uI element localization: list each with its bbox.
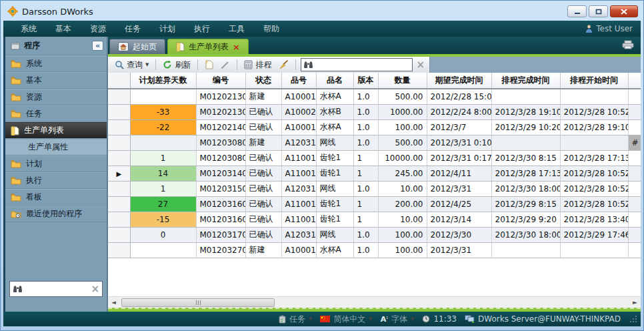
- table-cell[interactable]: M012021302: [196, 104, 245, 119]
- table-cell[interactable]: 齿轮1: [316, 166, 353, 181]
- menu-item[interactable]: 任务: [115, 21, 150, 37]
- row-selector-cell[interactable]: [108, 227, 130, 242]
- table-row[interactable]: M012032701新建A10001水杯A1.0100.002012/3/31: [108, 242, 641, 258]
- table-cell[interactable]: [130, 89, 196, 104]
- table-cell[interactable]: #: [628, 135, 641, 150]
- status-task-menu[interactable]: 任务 ▼: [279, 314, 312, 325]
- table-cell[interactable]: 已确认: [245, 181, 281, 196]
- table-cell[interactable]: 1.0: [353, 227, 378, 242]
- scroll-right-icon[interactable]: ►: [629, 299, 641, 306]
- table-cell[interactable]: M012021301: [196, 89, 245, 104]
- table-cell[interactable]: [628, 89, 641, 104]
- row-selector-cell[interactable]: [108, 242, 130, 258]
- table-cell[interactable]: 1.0: [353, 104, 378, 119]
- table-cell[interactable]: 200.00: [378, 196, 427, 212]
- table-cell[interactable]: 2012/3/30 18:00: [491, 181, 560, 196]
- table-cell[interactable]: A10002: [281, 104, 316, 119]
- table-cell[interactable]: 2012/3/31 0:10: [427, 135, 491, 150]
- tab-production-order-list[interactable]: 生产单列表 ×: [167, 39, 249, 54]
- table-cell[interactable]: [560, 89, 628, 104]
- table-cell[interactable]: 10000.00: [378, 150, 427, 166]
- table-cell[interactable]: 1: [130, 150, 196, 166]
- table-cell[interactable]: 新建: [245, 89, 281, 104]
- menu-item[interactable]: 基本: [46, 21, 81, 37]
- table-cell[interactable]: [628, 119, 641, 135]
- table-cell[interactable]: 2012/4/25: [427, 196, 491, 212]
- table-cell[interactable]: M012030802: [196, 150, 245, 166]
- table-cell[interactable]: [491, 89, 560, 104]
- table-cell[interactable]: 齿轮1: [316, 196, 353, 212]
- scroll-left-icon[interactable]: ◄: [108, 299, 119, 306]
- table-cell[interactable]: M012032701: [196, 242, 245, 258]
- minimize-button[interactable]: [567, 5, 587, 17]
- table-cell[interactable]: [628, 212, 641, 227]
- table-cell[interactable]: [628, 242, 641, 258]
- user-badge[interactable]: Test User: [585, 24, 633, 33]
- scrollbar-thumb[interactable]: [121, 298, 275, 307]
- table-cell[interactable]: 已确认: [245, 196, 281, 212]
- column-header-版本[interactable]: 版本: [353, 73, 378, 89]
- close-button[interactable]: [610, 5, 638, 17]
- table-cell[interactable]: 网线: [316, 227, 353, 242]
- table-cell[interactable]: 水杯A: [316, 89, 353, 104]
- table-cell[interactable]: -33: [130, 104, 196, 119]
- table-cell[interactable]: M012031501: [196, 181, 245, 196]
- sidebar-item-基本[interactable]: 基本: [5, 72, 107, 89]
- resize-grip[interactable]: [630, 316, 637, 322]
- table-cell[interactable]: 1: [353, 212, 378, 227]
- edit-pencil-button[interactable]: [219, 59, 232, 70]
- table-cell[interactable]: 500.00: [378, 89, 427, 104]
- table-cell[interactable]: 网线: [316, 181, 353, 196]
- table-cell[interactable]: M012031402: [196, 166, 245, 181]
- table-cell[interactable]: 2012/3/29 9:20: [491, 212, 560, 227]
- table-cell[interactable]: M012031602: [196, 212, 245, 227]
- table-row[interactable]: -33M012021302已确认A10002水杯B1.01000.002012/…: [108, 104, 641, 119]
- table-cell[interactable]: A10001: [281, 242, 316, 258]
- sidebar-item-任务[interactable]: 任务: [5, 105, 107, 122]
- table-cell[interactable]: 2012/3/30 18:00: [491, 227, 560, 242]
- table-cell[interactable]: 已确认: [245, 119, 281, 135]
- table-cell[interactable]: A12031: [281, 227, 316, 242]
- tab-start-page[interactable]: 起始页: [109, 39, 165, 54]
- query-button[interactable]: 查询 ▼: [113, 59, 151, 71]
- sidebar-collapse-button[interactable]: «: [92, 41, 103, 51]
- table-cell[interactable]: [130, 242, 196, 258]
- table-cell[interactable]: M012030801: [196, 135, 245, 150]
- table-cell[interactable]: [491, 242, 560, 258]
- table-cell[interactable]: 2012/3/28 13:40: [560, 212, 628, 227]
- column-header-编号[interactable]: 编号: [196, 73, 245, 89]
- sidebar-search-input[interactable]: [25, 284, 88, 294]
- refresh-button[interactable]: 刷新: [161, 59, 193, 71]
- table-cell[interactable]: 新建: [245, 135, 281, 150]
- table-cell[interactable]: [628, 150, 641, 166]
- table-cell[interactable]: 2012/3/31 0:17: [427, 150, 491, 166]
- horizontal-scrollbar[interactable]: ◄ ►: [108, 296, 641, 308]
- broom-button[interactable]: [277, 59, 291, 70]
- table-cell[interactable]: 10.00: [378, 181, 427, 196]
- row-selector-cell[interactable]: [108, 150, 130, 166]
- sidebar-item-最近使用的程序[interactable]: 最近使用的程序: [5, 206, 107, 222]
- table-cell[interactable]: 500.00: [378, 135, 427, 150]
- table-cell[interactable]: 2012/3/29 17:46: [560, 227, 628, 242]
- table-cell[interactable]: 1.0: [353, 181, 378, 196]
- sidebar-item-看板[interactable]: 看板: [5, 189, 107, 206]
- sidebar-item-生产单属性[interactable]: 生产单属性: [5, 139, 107, 155]
- table-cell[interactable]: 1.0: [353, 89, 378, 104]
- row-selector-cell[interactable]: ▶: [108, 166, 130, 181]
- table-cell[interactable]: 齿轮1: [316, 150, 353, 166]
- table-cell[interactable]: 已确认: [245, 104, 281, 119]
- table-cell[interactable]: 1.0: [353, 135, 378, 150]
- table-cell[interactable]: 已确认: [245, 227, 281, 242]
- column-header-品名[interactable]: 品名: [316, 73, 353, 89]
- table-cell[interactable]: 1: [353, 150, 378, 166]
- table-row[interactable]: 1M012030802已确认A11001齿轮1110000.002012/3/3…: [108, 150, 641, 166]
- table-cell[interactable]: 网线: [316, 135, 353, 150]
- table-cell[interactable]: 2012/3/28 19:10: [491, 104, 560, 119]
- table-cell[interactable]: A10001: [281, 89, 316, 104]
- table-cell[interactable]: 2012/3/28 19:10: [560, 119, 628, 135]
- table-row[interactable]: -22M012021401已确认A10001水杯A1.0100.002012/3…: [108, 119, 641, 135]
- sidebar-item-计划[interactable]: 计划: [5, 155, 107, 172]
- table-cell[interactable]: 2012/3/29 8:15: [491, 196, 560, 212]
- toolbar-search-clear-icon[interactable]: ×: [416, 60, 425, 70]
- table-cell[interactable]: A10001: [281, 119, 316, 135]
